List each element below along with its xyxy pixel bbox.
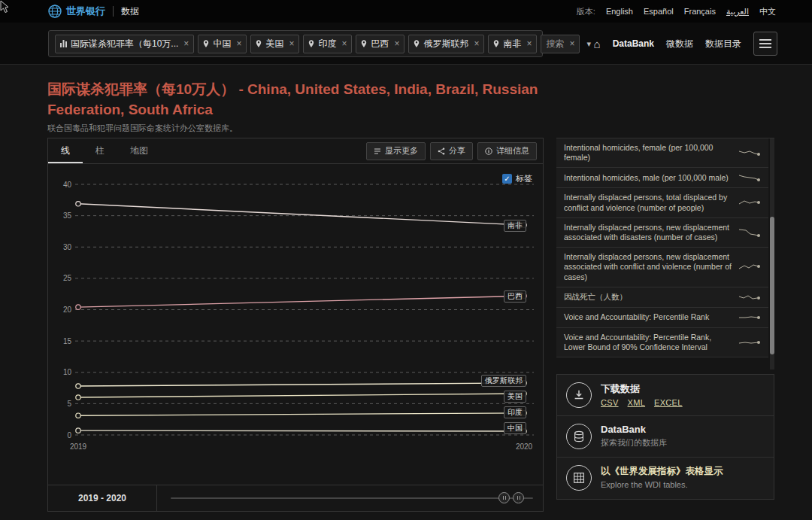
wdi-card-subtitle: Explore the WDI tables. — [601, 480, 723, 489]
info-icon — [485, 147, 492, 155]
download-data-card[interactable]: 下载数据 CSV XML EXCEL — [557, 375, 774, 416]
filter-chip-brazil[interactable]: 巴西 × — [356, 35, 404, 53]
pin-icon — [493, 40, 499, 47]
slider-handle-end[interactable] — [513, 492, 524, 503]
page-subtitle: 联合国毒品和犯罪问题国际命案统计办公室数据库。 — [47, 123, 238, 134]
indicator-list-item[interactable]: Internally displaced persons, total disp… — [556, 188, 768, 217]
chart-tabs-bar: 线 柱 地图 显示更多 分享 详细信息 — [48, 138, 543, 164]
scrollbar-thumb[interactable] — [770, 217, 774, 354]
home-icon[interactable]: ⌂ — [594, 38, 601, 50]
search-filter-box[interactable]: 国际谋杀犯罪率（每10万... × 中国 × 美国 × 印度 × 巴西 × 俄罗… — [48, 30, 543, 57]
lang-chinese[interactable]: 中文 — [759, 6, 776, 17]
divider — [113, 6, 114, 17]
indicator-list-item[interactable]: Intentional homicides, female (per 100,0… — [556, 138, 768, 168]
svg-text:10: 10 — [63, 368, 72, 376]
time-range-slider[interactable] — [157, 485, 543, 511]
clear-search-icon[interactable]: × — [569, 38, 574, 49]
share-icon — [438, 147, 445, 155]
remove-chip-icon[interactable]: × — [236, 38, 241, 49]
list-icon — [374, 147, 381, 155]
time-range-bar: 2019 - 2020 — [48, 485, 543, 511]
remove-chip-icon[interactable]: × — [474, 38, 479, 49]
lang-english[interactable]: English — [606, 7, 633, 16]
excel-link[interactable]: EXCEL — [654, 398, 683, 407]
lang-francais[interactable]: Français — [684, 7, 716, 16]
series-label: 美国 — [504, 391, 526, 403]
series-label: 南非 — [504, 220, 526, 232]
chip-label: 国际谋杀犯罪率（每10万... — [71, 38, 178, 50]
share-button[interactable]: 分享 — [430, 142, 473, 160]
slider-track[interactable] — [171, 497, 533, 499]
wdi-tables-card[interactable]: 以《世界发展指标》表格显示 Explore the WDI tables. — [557, 458, 774, 499]
svg-text:2020: 2020 — [516, 442, 533, 451]
series-label: 印度 — [504, 406, 526, 418]
search-placeholder: 搜索 — [546, 38, 564, 50]
databank-card[interactable]: DataBank 探索我们的数据库 — [557, 416, 774, 458]
chip-label: 巴西 — [371, 38, 389, 50]
sparkline-icon — [738, 147, 761, 158]
indicator-list-item[interactable]: Voice and Accountability: Percentile Ran… — [556, 328, 768, 357]
indicator-list-item[interactable]: Voice and Accountability: Percentile Ran… — [556, 308, 768, 328]
indicator-list-item[interactable]: Internally displaced persons, new displa… — [556, 218, 768, 248]
lang-arabic[interactable]: العربية — [726, 7, 749, 17]
show-more-button[interactable]: 显示更多 — [366, 142, 426, 160]
svg-text:35: 35 — [63, 211, 72, 220]
filter-chip-china[interactable]: 中国 × — [198, 35, 247, 53]
remove-chip-icon[interactable]: × — [526, 38, 532, 49]
series-label: 俄罗斯联邦 — [481, 375, 526, 387]
nav-item-data[interactable]: 数据 — [121, 5, 139, 18]
databank-card-subtitle: 探索我们的数据库 — [601, 437, 667, 449]
svg-text:40: 40 — [63, 181, 72, 189]
nav-item-data-catalog[interactable]: 数据目录 — [705, 38, 741, 50]
menu-button[interactable] — [753, 32, 777, 56]
indicator-list-item[interactable]: Intentional homicides, male (per 100,000… — [556, 168, 768, 188]
chart-panel: 线 柱 地图 显示更多 分享 详细信息 ✓ 标签 051015202530354… — [47, 138, 544, 512]
remove-chip-icon[interactable]: × — [183, 38, 189, 49]
remove-chip-icon[interactable]: × — [289, 38, 294, 49]
chip-label: 印度 — [318, 38, 336, 50]
filter-chip-russia[interactable]: 俄罗斯联邦 × — [408, 35, 484, 53]
details-button[interactable]: 详细信息 — [477, 142, 537, 160]
svg-text:0: 0 — [67, 431, 71, 439]
svg-text:25: 25 — [63, 274, 72, 282]
world-bank-logo[interactable]: 世界银行 — [48, 5, 105, 18]
tab-map[interactable]: 地图 — [117, 138, 161, 163]
download-card-title: 下载数据 — [601, 382, 683, 396]
indicator-list-item[interactable]: 因战死亡（人数） — [556, 287, 768, 308]
sparkline-icon — [738, 292, 761, 303]
page-title-zh: 国际谋杀犯罪率（每10万人） — [47, 81, 235, 97]
sparkline-icon — [738, 198, 761, 208]
chip-label: 俄罗斯联邦 — [423, 38, 468, 50]
line-chart: 051015202530354020192020 — [48, 164, 543, 459]
nav-item-databank[interactable]: DataBank — [613, 38, 654, 49]
indicator-list-item[interactable]: Internally displaced persons, new displa… — [556, 248, 768, 287]
table-icon — [572, 471, 586, 485]
search-input[interactable]: 搜索 × — [541, 35, 580, 53]
globe-icon — [48, 5, 62, 18]
labels-checkbox[interactable]: ✓ 标签 — [502, 173, 532, 184]
related-indicators-list: Intentional homicides, female (per 100,0… — [556, 138, 774, 369]
csv-link[interactable]: CSV — [601, 398, 619, 407]
tab-bar[interactable]: 柱 — [83, 138, 117, 163]
date-range-label: 2019 - 2020 — [48, 485, 157, 511]
remove-chip-icon[interactable]: × — [394, 38, 399, 49]
xml-link[interactable]: XML — [628, 398, 646, 407]
database-icon — [572, 430, 586, 443]
lang-espanol[interactable]: Español — [644, 7, 674, 16]
filter-chip-usa[interactable]: 美国 × — [250, 35, 299, 53]
sparkline-icon — [738, 262, 761, 272]
chip-label: 美国 — [265, 38, 283, 50]
chevron-down-icon[interactable]: ▾ — [583, 39, 594, 49]
slider-handle-start[interactable] — [498, 492, 510, 503]
nav-item-microdata[interactable]: 微数据 — [666, 38, 693, 50]
scrollbar-track[interactable] — [770, 138, 774, 369]
remove-chip-icon[interactable]: × — [341, 38, 347, 49]
line-chart-area: ✓ 标签 051015202530354020192020 南非巴西俄罗斯联邦美… — [48, 164, 543, 485]
filter-chip-southafrica[interactable]: 南非 × — [488, 35, 537, 53]
filter-chip-india[interactable]: 印度 × — [303, 35, 352, 53]
tab-line[interactable]: 线 — [48, 138, 83, 163]
pin-icon — [256, 40, 262, 47]
sparkline-icon — [738, 337, 761, 348]
svg-text:5: 5 — [67, 400, 71, 408]
filter-chip-indicator[interactable]: 国际谋杀犯罪率（每10万... × — [55, 35, 194, 53]
